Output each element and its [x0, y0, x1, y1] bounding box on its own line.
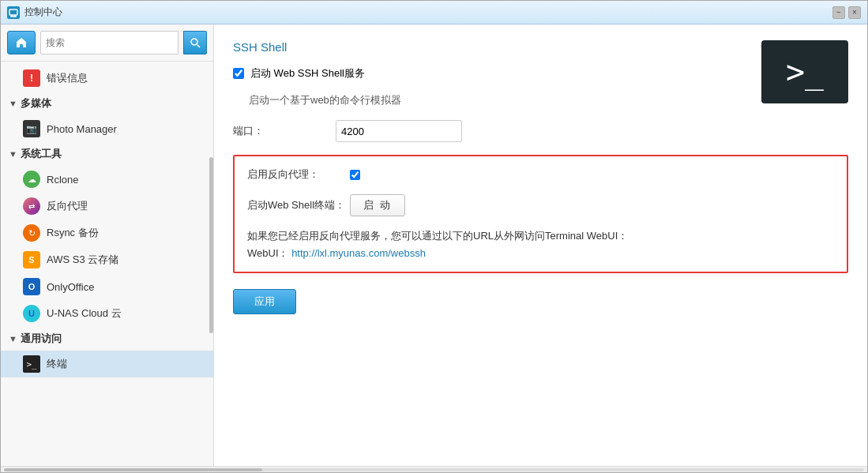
system-tools-label: 系统工具 [21, 147, 62, 161]
main-window: 控制中心 − × ! [0, 0, 868, 473]
aws-icon: S [23, 251, 40, 268]
enable-ssh-checkbox[interactable] [233, 68, 244, 79]
sidebar: ! 错误信息 ▼ 多媒体 📷 Photo Manager ▼ [1, 24, 214, 466]
content-area: >_ SSH Shell 启动 Web SSH Shell服务 启动一个基于we… [214, 24, 867, 466]
port-row: 端口： [233, 120, 848, 142]
page-title: SSH Shell [233, 40, 848, 54]
photo-manager-icon: 📷 [23, 120, 40, 137]
section-general-access[interactable]: ▼ 通用访问 [1, 327, 213, 351]
onlyoffice-icon: O [23, 278, 40, 295]
section-system-tools[interactable]: ▼ 系统工具 [1, 142, 213, 166]
sidebar-item-reverse-proxy[interactable]: ⇄ 反向代理 [1, 193, 213, 220]
sidebar-item-label-photo: Photo Manager [47, 123, 117, 135]
bottom-scrollbar [1, 466, 867, 472]
scrollbar-track [4, 468, 864, 471]
window-title: 控制中心 [24, 6, 832, 19]
sidebar-top [1, 24, 213, 62]
enable-ssh-checkbox-wrapper: 启动 Web SSH Shell服务 [233, 66, 365, 81]
sidebar-item-label-only: OnlyOffice [47, 281, 94, 293]
webui-label: WebUI： [247, 247, 289, 259]
enable-ssh-label: 启动 Web SSH Shell服务 [250, 66, 365, 81]
reverse-proxy-section: 启用反向代理： 启动Web Shell终端： 启 动 如果您已经启用反向代理服务… [233, 155, 848, 273]
info-text-block: 如果您已经启用反向代理服务，您可以通过以下的URL从外网访问Terminal W… [247, 229, 834, 261]
sidebar-item-rsync[interactable]: ↻ Rsync 备份 [1, 220, 213, 246]
general-access-label: 通用访问 [21, 332, 62, 346]
main-layout: ! 错误信息 ▼ 多媒体 📷 Photo Manager ▼ [1, 24, 867, 466]
svg-point-4 [191, 39, 197, 45]
sidebar-item-terminal[interactable]: >_ 终端 [1, 351, 213, 377]
start-web-shell-label: 启动Web Shell终端： [247, 198, 350, 212]
sidebar-scrollbar[interactable] [209, 157, 213, 334]
system-tools-arrow: ▼ [9, 149, 17, 159]
reverse-proxy-label: 启用反向代理： [247, 167, 350, 182]
home-button[interactable] [7, 31, 36, 54]
sidebar-item-onlyoffice[interactable]: O OnlyOffice [1, 273, 213, 300]
sidebar-item-label-terminal: 终端 [47, 357, 67, 371]
general-access-arrow: ▼ [9, 334, 17, 343]
scrollbar-thumb[interactable] [4, 468, 262, 471]
window-controls: − × [832, 6, 861, 19]
app-icon [7, 6, 20, 19]
apply-button[interactable]: 应用 [233, 289, 296, 314]
error-icon: ! [23, 69, 40, 87]
rclone-icon: ☁ [23, 171, 40, 188]
terminal-icon: >_ [23, 355, 40, 373]
start-web-shell-row: 启动Web Shell终端： 启 动 [247, 194, 834, 216]
minimize-button[interactable]: − [832, 6, 845, 19]
search-button[interactable] [183, 31, 207, 54]
enable-ssh-row: 启动 Web SSH Shell服务 [233, 66, 848, 81]
sidebar-item-unas-cloud[interactable]: U U-NAS Cloud 云 [1, 300, 213, 327]
info-text: 如果您已经启用反向代理服务，您可以通过以下的URL从外网访问Terminal W… [247, 229, 834, 243]
ssh-description: 启动一个基于web的命令行模拟器 [249, 93, 401, 107]
section-multimedia[interactable]: ▼ 多媒体 [1, 92, 213, 115]
svg-line-5 [197, 45, 201, 48]
reverse-proxy-checkbox[interactable] [350, 170, 360, 180]
unas-icon: U [23, 305, 40, 322]
reverse-proxy-icon: ⇄ [23, 197, 40, 215]
sidebar-item-aws-s3[interactable]: S AWS S3 云存储 [1, 246, 213, 273]
sidebar-item-label-aws: AWS S3 云存储 [47, 253, 118, 267]
close-button[interactable]: × [848, 6, 861, 19]
terminal-prompt-display: >_ [786, 56, 824, 88]
titlebar: 控制中心 − × [1, 1, 867, 24]
port-input[interactable] [336, 120, 462, 142]
sidebar-nav: ! 错误信息 ▼ 多媒体 📷 Photo Manager ▼ [1, 62, 213, 381]
sidebar-item-photo-manager[interactable]: 📷 Photo Manager [1, 115, 213, 142]
rsync-icon: ↻ [23, 224, 40, 242]
port-label: 端口： [233, 124, 336, 138]
svg-rect-0 [9, 9, 17, 15]
sidebar-item-rclone[interactable]: ☁ Rclone [1, 166, 213, 193]
search-input[interactable] [40, 31, 178, 54]
sidebar-item-label-error: 错误信息 [47, 71, 88, 85]
sidebar-item-label-unas: U-NAS Cloud 云 [47, 306, 122, 321]
sidebar-item-label-proxy: 反向代理 [47, 199, 88, 213]
sidebar-item-error[interactable]: ! 错误信息 [1, 65, 213, 92]
description-row: 启动一个基于web的命令行模拟器 [233, 93, 848, 107]
webui-link[interactable]: http://lxl.myunas.com/webssh [291, 247, 426, 259]
reverse-proxy-row: 启用反向代理： [247, 167, 834, 182]
multimedia-arrow: ▼ [9, 99, 17, 108]
start-button[interactable]: 启 动 [350, 194, 405, 216]
multimedia-label: 多媒体 [21, 96, 51, 111]
sidebar-item-label-rsync: Rsync 备份 [47, 226, 99, 240]
sidebar-item-label-rclone: Rclone [47, 174, 78, 186]
terminal-preview-image: >_ [761, 40, 848, 103]
